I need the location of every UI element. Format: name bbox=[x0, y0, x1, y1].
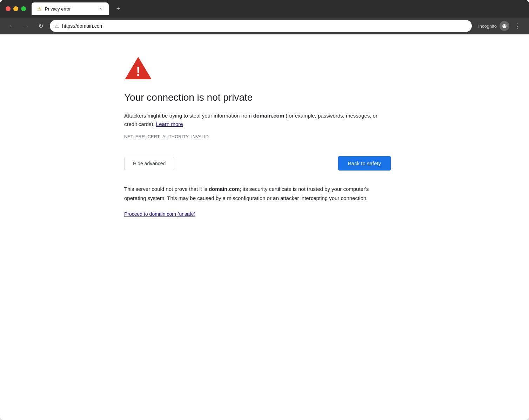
tab-close-button[interactable]: × bbox=[98, 6, 104, 12]
learn-more-link[interactable]: Learn more bbox=[156, 121, 183, 127]
incognito-label: Incognito bbox=[478, 24, 497, 29]
close-button[interactable] bbox=[6, 6, 11, 11]
browser-toolbar: ← → ↻ ⚠ https://domain.com Incognito ⋮ bbox=[0, 18, 529, 34]
forward-button[interactable]: → bbox=[20, 20, 32, 32]
page-content: ! Your connection is not private Attacke… bbox=[0, 34, 529, 420]
svg-text:!: ! bbox=[136, 64, 140, 79]
error-description: Attackers might be trying to steal your … bbox=[124, 112, 391, 128]
security-warning-icon: ⚠ bbox=[55, 23, 59, 29]
warning-icon-wrapper: ! bbox=[124, 55, 405, 81]
advanced-domain: domain.com bbox=[209, 186, 240, 192]
address-bar[interactable]: ⚠ https://domain.com bbox=[50, 20, 472, 32]
title-bar: ⚠ Privacy error × + bbox=[0, 0, 529, 18]
proceed-link[interactable]: Proceed to domain.com (unsafe) bbox=[124, 211, 195, 217]
warning-triangle-icon: ! bbox=[124, 55, 152, 80]
active-tab[interactable]: ⚠ Privacy error × bbox=[32, 2, 109, 15]
error-container: ! Your connection is not private Attacke… bbox=[124, 55, 405, 399]
back-to-safety-button[interactable]: Back to safety bbox=[338, 156, 391, 171]
minimize-button[interactable] bbox=[13, 6, 18, 11]
button-row: Hide advanced Back to safety bbox=[124, 156, 391, 171]
advanced-text-part1: This server could not prove that it is bbox=[124, 186, 209, 192]
error-description-part1: Attackers might be trying to steal your … bbox=[124, 113, 253, 119]
error-title: Your connection is not private bbox=[124, 92, 405, 103]
hide-advanced-button[interactable]: Hide advanced bbox=[124, 157, 174, 170]
back-button[interactable]: ← bbox=[6, 20, 17, 32]
toolbar-right: Incognito ⋮ bbox=[478, 20, 523, 32]
menu-button[interactable]: ⋮ bbox=[512, 20, 523, 32]
tab-favicon-icon: ⚠ bbox=[36, 6, 42, 12]
new-tab-button[interactable]: + bbox=[113, 4, 123, 14]
reload-button[interactable]: ↻ bbox=[35, 20, 46, 32]
svg-point-0 bbox=[503, 24, 505, 26]
traffic-lights bbox=[6, 6, 26, 11]
maximize-button[interactable] bbox=[21, 6, 26, 11]
tab-title: Privacy error bbox=[45, 6, 95, 12]
incognito-icon bbox=[500, 21, 509, 31]
address-text: https://domain.com bbox=[62, 23, 103, 29]
advanced-description: This server could not prove that it is d… bbox=[124, 185, 391, 202]
error-domain: domain.com bbox=[253, 113, 284, 119]
error-code: NET::ERR_CERT_AUTHORITY_INVALID bbox=[124, 134, 405, 139]
browser-window: ⚠ Privacy error × + ← → ↻ ⚠ https://doma… bbox=[0, 0, 529, 420]
